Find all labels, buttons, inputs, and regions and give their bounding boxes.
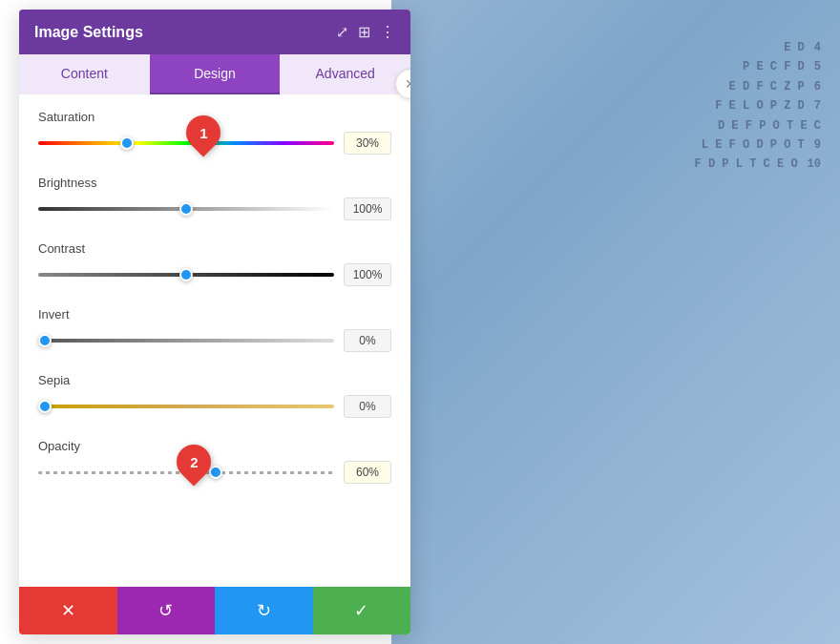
save-button[interactable]: ✓ (313, 587, 411, 634)
saturation-value[interactable]: 30% (344, 132, 391, 155)
contrast-thumb[interactable] (179, 268, 193, 281)
opacity-value[interactable]: 60% (344, 461, 391, 484)
saturation-slider-container[interactable]: 1 (38, 135, 334, 152)
header-icons: ⤢ ⊞ ⋮ (336, 23, 395, 41)
tab-design[interactable]: Design (150, 54, 281, 94)
sepia-label: Sepia (38, 373, 391, 387)
tab-advanced[interactable]: Advanced (280, 54, 410, 94)
more-icon[interactable]: ⋮ (380, 23, 395, 41)
saturation-thumb[interactable] (120, 136, 134, 150)
invert-label: Invert (38, 307, 391, 322)
invert-slider-row: 0% (38, 329, 391, 352)
redo-button[interactable]: ↻ (215, 587, 313, 634)
brightness-slider-container[interactable] (38, 200, 334, 218)
sepia-track (38, 405, 334, 408)
brightness-label: Brightness (38, 176, 391, 190)
opacity-label: Opacity (38, 439, 391, 453)
background-image: E D4 P E C F D5 E D F C Z P6 F E L O P Z… (391, 0, 840, 644)
image-settings-panel: Image Settings ⤢ ⊞ ⋮ Content Design Adva… (19, 10, 410, 634)
panel-header: Image Settings ⤢ ⊞ ⋮ (19, 10, 410, 54)
sepia-slider-container[interactable] (38, 398, 334, 415)
sepia-slider-row: 0% (38, 395, 391, 418)
opacity-thumb[interactable] (209, 466, 222, 479)
grid-icon[interactable]: ⊞ (358, 23, 370, 41)
opacity-slider-container[interactable]: 2 (38, 464, 334, 481)
tab-bar: Content Design Advanced (19, 54, 410, 94)
invert-track (38, 339, 334, 343)
eye-chart: E D4 P E C F D5 E D F C Z P6 F E L O P Z… (689, 38, 821, 175)
panel-footer: ✕ ↺ ↻ ✓ (19, 587, 410, 634)
contrast-value[interactable]: 100% (344, 263, 391, 286)
contrast-slider-container[interactable] (38, 266, 334, 283)
expand-icon[interactable]: ⤢ (336, 23, 348, 41)
sepia-value[interactable]: 0% (344, 395, 391, 418)
saturation-slider-row: 1 30% (38, 132, 391, 155)
contrast-setting: Contrast 100% (38, 241, 391, 286)
undo-button[interactable]: ↺ (117, 587, 216, 634)
brightness-slider-row: 100% (38, 197, 391, 220)
brightness-value[interactable]: 100% (344, 197, 391, 220)
brightness-thumb[interactable] (179, 202, 193, 216)
saturation-track (38, 141, 334, 145)
contrast-slider-row: 100% (38, 263, 391, 286)
invert-value[interactable]: 0% (344, 329, 391, 352)
invert-setting: Invert 0% (38, 307, 391, 352)
cancel-button[interactable]: ✕ (19, 587, 117, 634)
settings-content: Saturation 1 30% Brightness (19, 94, 410, 587)
contrast-label: Contrast (38, 241, 391, 256)
tab-content[interactable]: Content (19, 54, 150, 94)
sepia-thumb[interactable] (38, 400, 52, 413)
invert-thumb[interactable] (38, 334, 52, 347)
saturation-setting: Saturation 1 30% (38, 110, 391, 155)
opacity-setting: Opacity 2 60% (38, 439, 391, 484)
brightness-setting: Brightness 100% (38, 176, 391, 220)
invert-slider-container[interactable] (38, 332, 334, 349)
opacity-slider-row: 2 60% (38, 461, 391, 484)
sepia-setting: Sepia 0% (38, 373, 391, 418)
panel-title: Image Settings (34, 24, 143, 41)
